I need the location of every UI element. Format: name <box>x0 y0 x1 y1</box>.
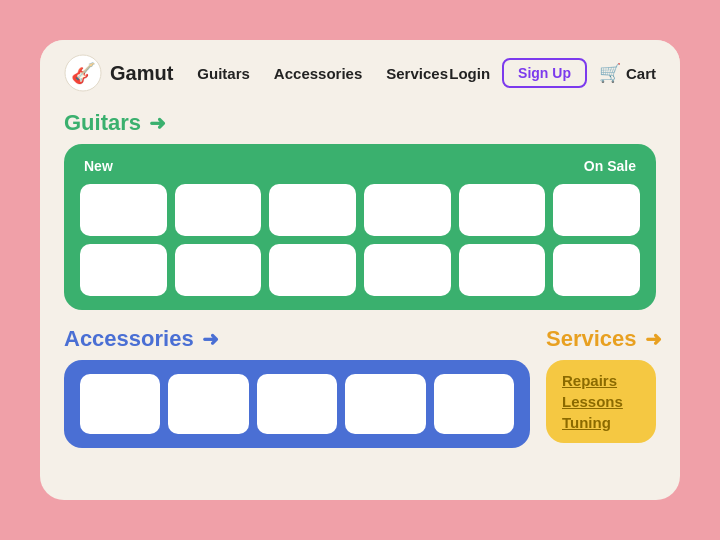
logo-area: 🎸 Gamut <box>64 54 173 92</box>
services-header: Services ➜ <box>546 326 656 352</box>
accessories-header: Accessories ➜ <box>64 326 530 352</box>
nav-accessories[interactable]: Accessories <box>274 65 362 82</box>
content: Guitars ➜ New On Sale <box>40 106 680 500</box>
login-button[interactable]: Login <box>449 65 490 82</box>
guitars-section: Guitars ➜ New On Sale <box>64 110 656 310</box>
services-section: Services ➜ Repairs Lessons Tuning <box>546 326 656 443</box>
cart-label: Cart <box>626 65 656 82</box>
guitar-card[interactable] <box>553 184 640 236</box>
accessories-box <box>64 360 530 448</box>
navbar: 🎸 Gamut Guitars Accessories Services Log… <box>40 40 680 106</box>
services-arrow[interactable]: ➜ <box>645 327 662 351</box>
guitar-card[interactable] <box>269 244 356 296</box>
accessories-arrow[interactable]: ➜ <box>202 327 219 351</box>
services-box: Repairs Lessons Tuning <box>546 360 656 443</box>
guitar-card[interactable] <box>175 244 262 296</box>
guitar-card[interactable] <box>80 244 167 296</box>
guitar-card[interactable] <box>175 184 262 236</box>
label-onsale: On Sale <box>584 158 636 174</box>
signup-button[interactable]: Sign Up <box>502 58 587 88</box>
guitar-card[interactable] <box>364 184 451 236</box>
accessories-grid <box>80 374 514 434</box>
service-repairs[interactable]: Repairs <box>562 372 640 389</box>
nav-actions: Login Sign Up 🛒 Cart <box>449 58 656 88</box>
accessory-card[interactable] <box>80 374 160 434</box>
logo-icon: 🎸 <box>64 54 102 92</box>
accessories-section: Accessories ➜ <box>64 326 530 448</box>
guitar-card[interactable] <box>553 244 640 296</box>
guitar-card[interactable] <box>80 184 167 236</box>
services-title: Services <box>546 326 637 352</box>
accessory-card[interactable] <box>434 374 514 434</box>
svg-text:🎸: 🎸 <box>71 61 96 85</box>
nav-links: Guitars Accessories Services <box>197 65 449 82</box>
cart-icon: 🛒 <box>599 62 621 84</box>
label-new: New <box>84 158 113 174</box>
accessories-title: Accessories <box>64 326 194 352</box>
guitars-arrow[interactable]: ➜ <box>149 111 166 135</box>
logo-text: Gamut <box>110 62 173 85</box>
cart-area[interactable]: 🛒 Cart <box>599 62 656 84</box>
guitars-labels: New On Sale <box>80 158 640 174</box>
accessory-card[interactable] <box>345 374 425 434</box>
bottom-row: Accessories ➜ Services ➜ <box>64 326 656 448</box>
accessory-card[interactable] <box>168 374 248 434</box>
main-card: 🎸 Gamut Guitars Accessories Services Log… <box>40 40 680 500</box>
service-tuning[interactable]: Tuning <box>562 414 640 431</box>
nav-services[interactable]: Services <box>386 65 448 82</box>
guitars-title: Guitars <box>64 110 141 136</box>
service-lessons[interactable]: Lessons <box>562 393 640 410</box>
guitar-card[interactable] <box>459 184 546 236</box>
accessory-card[interactable] <box>257 374 337 434</box>
guitar-card[interactable] <box>269 184 356 236</box>
guitar-card[interactable] <box>364 244 451 296</box>
guitar-grid <box>80 184 640 296</box>
guitar-card[interactable] <box>459 244 546 296</box>
nav-guitars[interactable]: Guitars <box>197 65 250 82</box>
guitars-box: New On Sale <box>64 144 656 310</box>
guitars-header: Guitars ➜ <box>64 110 656 136</box>
